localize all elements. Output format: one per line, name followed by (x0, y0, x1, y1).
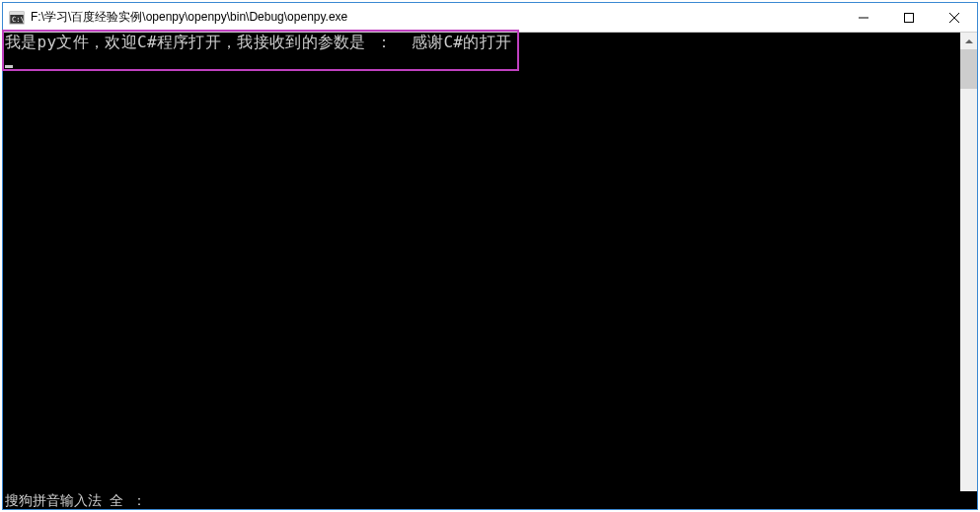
scroll-down-button[interactable] (960, 492, 977, 509)
console-window: C:\ F:\学习\百度经验实例\openpy\openpy\bin\Debug… (2, 2, 978, 510)
console-cursor (5, 51, 960, 72)
scroll-track[interactable] (960, 49, 977, 492)
titlebar[interactable]: C:\ F:\学习\百度经验实例\openpy\openpy\bin\Debug… (3, 3, 977, 33)
svg-rect-1 (10, 12, 24, 15)
maximize-button[interactable] (886, 3, 932, 32)
vertical-scrollbar[interactable] (960, 33, 977, 509)
minimize-button[interactable] (841, 3, 886, 32)
app-icon: C:\ (9, 10, 25, 26)
client-area: 我是py文件，欢迎C#程序打开，我接收到的参数是 ： 感谢C#的打开 (3, 33, 977, 509)
console-line: 我是py文件，欢迎C#程序打开，我接收到的参数是 ： 感谢C#的打开 (5, 34, 960, 51)
minimize-icon (859, 13, 868, 23)
close-button[interactable] (932, 3, 977, 32)
chevron-down-icon (965, 499, 973, 503)
scroll-up-button[interactable] (960, 33, 977, 49)
svg-rect-4 (905, 13, 914, 22)
console-output[interactable]: 我是py文件，欢迎C#程序打开，我接收到的参数是 ： 感谢C#的打开 (3, 33, 960, 509)
window-title: F:\学习\百度经验实例\openpy\openpy\bin\Debug\ope… (31, 9, 841, 26)
maximize-icon (904, 13, 914, 23)
svg-text:C:\: C:\ (12, 16, 25, 24)
window-controls (841, 3, 977, 32)
chevron-up-icon (965, 39, 973, 43)
close-icon (949, 13, 959, 23)
scroll-thumb[interactable] (960, 49, 977, 89)
